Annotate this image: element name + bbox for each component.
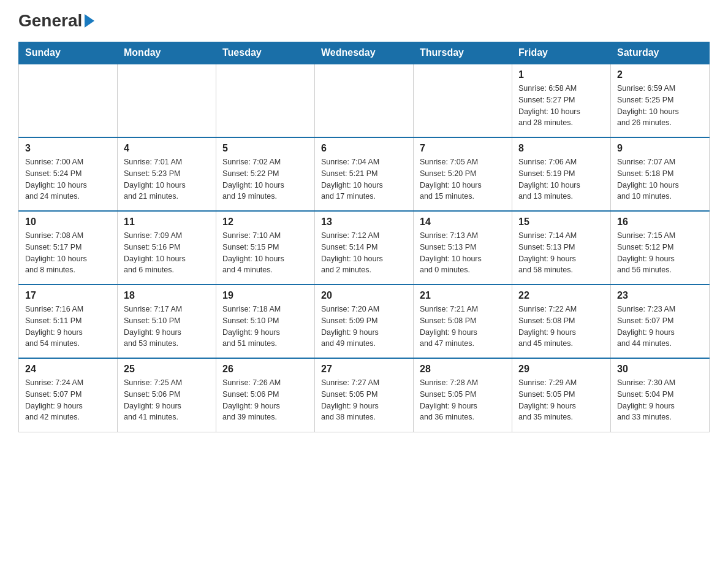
calendar-cell: 5Sunrise: 7:02 AM Sunset: 5:22 PM Daylig… — [216, 137, 315, 211]
day-number: 27 — [321, 364, 407, 375]
calendar-cell: 20Sunrise: 7:20 AM Sunset: 5:09 PM Dayli… — [315, 285, 414, 358]
calendar-cell: 15Sunrise: 7:14 AM Sunset: 5:13 PM Dayli… — [512, 211, 611, 285]
logo-general-text: General — [18, 12, 94, 29]
day-info: Sunrise: 7:06 AM Sunset: 5:19 PM Dayligh… — [518, 156, 604, 202]
day-number: 21 — [420, 290, 506, 301]
day-info: Sunrise: 7:25 AM Sunset: 5:06 PM Dayligh… — [124, 377, 210, 423]
day-number: 30 — [617, 364, 703, 375]
weekday-header-row: SundayMondayTuesdayWednesdayThursdayFrid… — [19, 42, 710, 64]
day-number: 11 — [124, 216, 210, 228]
day-number: 2 — [617, 69, 703, 80]
calendar-cell: 18Sunrise: 7:17 AM Sunset: 5:10 PM Dayli… — [118, 285, 216, 358]
calendar-cell: 21Sunrise: 7:21 AM Sunset: 5:08 PM Dayli… — [414, 285, 512, 358]
calendar-cell: 19Sunrise: 7:18 AM Sunset: 5:10 PM Dayli… — [216, 285, 315, 358]
day-info: Sunrise: 7:26 AM Sunset: 5:06 PM Dayligh… — [222, 377, 308, 423]
calendar-cell: 6Sunrise: 7:04 AM Sunset: 5:21 PM Daylig… — [315, 137, 414, 211]
day-info: Sunrise: 7:23 AM Sunset: 5:07 PM Dayligh… — [617, 304, 703, 350]
week-row-1: 1Sunrise: 6:58 AM Sunset: 5:27 PM Daylig… — [19, 64, 710, 137]
day-info: Sunrise: 7:13 AM Sunset: 5:13 PM Dayligh… — [420, 230, 506, 276]
day-info: Sunrise: 7:21 AM Sunset: 5:08 PM Dayligh… — [420, 304, 506, 350]
day-number: 24 — [25, 364, 111, 375]
day-number: 20 — [321, 290, 407, 301]
day-number: 10 — [25, 216, 111, 228]
day-info: Sunrise: 6:58 AM Sunset: 5:27 PM Dayligh… — [518, 83, 604, 129]
week-row-4: 17Sunrise: 7:16 AM Sunset: 5:11 PM Dayli… — [19, 285, 710, 358]
calendar-cell: 24Sunrise: 7:24 AM Sunset: 5:07 PM Dayli… — [19, 358, 118, 432]
day-number: 19 — [222, 290, 308, 301]
day-number: 5 — [222, 143, 308, 154]
calendar-cell: 9Sunrise: 7:07 AM Sunset: 5:18 PM Daylig… — [611, 137, 710, 211]
calendar-cell: 8Sunrise: 7:06 AM Sunset: 5:19 PM Daylig… — [512, 137, 611, 211]
logo: General — [18, 12, 94, 29]
day-info: Sunrise: 7:24 AM Sunset: 5:07 PM Dayligh… — [25, 377, 111, 423]
calendar-cell: 14Sunrise: 7:13 AM Sunset: 5:13 PM Dayli… — [414, 211, 512, 285]
calendar-cell: 12Sunrise: 7:10 AM Sunset: 5:15 PM Dayli… — [216, 211, 315, 285]
calendar-cell: 27Sunrise: 7:27 AM Sunset: 5:05 PM Dayli… — [315, 358, 414, 432]
day-number: 29 — [518, 364, 604, 375]
day-number: 6 — [321, 143, 407, 154]
day-info: Sunrise: 7:12 AM Sunset: 5:14 PM Dayligh… — [321, 230, 407, 276]
day-info: Sunrise: 7:22 AM Sunset: 5:08 PM Dayligh… — [518, 304, 604, 350]
day-info: Sunrise: 7:07 AM Sunset: 5:18 PM Dayligh… — [617, 156, 703, 202]
calendar-cell — [414, 64, 512, 137]
day-info: Sunrise: 7:15 AM Sunset: 5:12 PM Dayligh… — [617, 230, 703, 276]
week-row-3: 10Sunrise: 7:08 AM Sunset: 5:17 PM Dayli… — [19, 211, 710, 285]
week-row-2: 3Sunrise: 7:00 AM Sunset: 5:24 PM Daylig… — [19, 137, 710, 211]
day-number: 9 — [617, 143, 703, 154]
day-number: 4 — [124, 143, 210, 154]
calendar-cell: 25Sunrise: 7:25 AM Sunset: 5:06 PM Dayli… — [118, 358, 216, 432]
calendar-cell: 7Sunrise: 7:05 AM Sunset: 5:20 PM Daylig… — [414, 137, 512, 211]
day-number: 26 — [222, 364, 308, 375]
calendar-cell — [118, 64, 216, 137]
day-info: Sunrise: 7:27 AM Sunset: 5:05 PM Dayligh… — [321, 377, 407, 423]
day-number: 7 — [420, 143, 506, 154]
day-info: Sunrise: 7:10 AM Sunset: 5:15 PM Dayligh… — [222, 230, 308, 276]
day-info: Sunrise: 7:16 AM Sunset: 5:11 PM Dayligh… — [25, 304, 111, 350]
calendar-cell: 2Sunrise: 6:59 AM Sunset: 5:25 PM Daylig… — [611, 64, 710, 137]
calendar-cell: 1Sunrise: 6:58 AM Sunset: 5:27 PM Daylig… — [512, 64, 611, 137]
day-info: Sunrise: 7:30 AM Sunset: 5:04 PM Dayligh… — [617, 377, 703, 423]
day-info: Sunrise: 7:20 AM Sunset: 5:09 PM Dayligh… — [321, 304, 407, 350]
day-info: Sunrise: 7:29 AM Sunset: 5:05 PM Dayligh… — [518, 377, 604, 423]
calendar-cell: 16Sunrise: 7:15 AM Sunset: 5:12 PM Dayli… — [611, 211, 710, 285]
day-number: 28 — [420, 364, 506, 375]
day-number: 13 — [321, 216, 407, 228]
calendar-cell: 23Sunrise: 7:23 AM Sunset: 5:07 PM Dayli… — [611, 285, 710, 358]
calendar-cell — [19, 64, 118, 137]
calendar-cell: 22Sunrise: 7:22 AM Sunset: 5:08 PM Dayli… — [512, 285, 611, 358]
day-number: 14 — [420, 216, 506, 228]
calendar-cell: 13Sunrise: 7:12 AM Sunset: 5:14 PM Dayli… — [315, 211, 414, 285]
calendar-cell: 28Sunrise: 7:28 AM Sunset: 5:05 PM Dayli… — [414, 358, 512, 432]
day-number: 12 — [222, 216, 308, 228]
calendar-cell: 29Sunrise: 7:29 AM Sunset: 5:05 PM Dayli… — [512, 358, 611, 432]
day-info: Sunrise: 7:14 AM Sunset: 5:13 PM Dayligh… — [518, 230, 604, 276]
day-info: Sunrise: 6:59 AM Sunset: 5:25 PM Dayligh… — [617, 83, 703, 129]
day-info: Sunrise: 7:04 AM Sunset: 5:21 PM Dayligh… — [321, 156, 407, 202]
day-info: Sunrise: 7:18 AM Sunset: 5:10 PM Dayligh… — [222, 304, 308, 350]
day-info: Sunrise: 7:00 AM Sunset: 5:24 PM Dayligh… — [25, 156, 111, 202]
weekday-header-monday: Monday — [118, 42, 216, 64]
weekday-header-friday: Friday — [512, 42, 611, 64]
day-number: 3 — [25, 143, 111, 154]
day-number: 15 — [518, 216, 604, 228]
day-info: Sunrise: 7:05 AM Sunset: 5:20 PM Dayligh… — [420, 156, 506, 202]
calendar-cell: 17Sunrise: 7:16 AM Sunset: 5:11 PM Dayli… — [19, 285, 118, 358]
weekday-header-thursday: Thursday — [414, 42, 512, 64]
weekday-header-tuesday: Tuesday — [216, 42, 315, 64]
calendar-cell: 3Sunrise: 7:00 AM Sunset: 5:24 PM Daylig… — [19, 137, 118, 211]
day-number: 25 — [124, 364, 210, 375]
day-info: Sunrise: 7:17 AM Sunset: 5:10 PM Dayligh… — [124, 304, 210, 350]
week-row-5: 24Sunrise: 7:24 AM Sunset: 5:07 PM Dayli… — [19, 358, 710, 432]
calendar-table: SundayMondayTuesdayWednesdayThursdayFrid… — [18, 42, 710, 432]
weekday-header-wednesday: Wednesday — [315, 42, 414, 64]
calendar-cell — [315, 64, 414, 137]
day-number: 16 — [617, 216, 703, 228]
day-number: 1 — [518, 69, 604, 80]
day-info: Sunrise: 7:28 AM Sunset: 5:05 PM Dayligh… — [420, 377, 506, 423]
day-number: 18 — [124, 290, 210, 301]
calendar-cell: 30Sunrise: 7:30 AM Sunset: 5:04 PM Dayli… — [611, 358, 710, 432]
day-number: 23 — [617, 290, 703, 301]
calendar-cell: 26Sunrise: 7:26 AM Sunset: 5:06 PM Dayli… — [216, 358, 315, 432]
page-header: General — [18, 12, 710, 29]
calendar-cell — [216, 64, 315, 137]
